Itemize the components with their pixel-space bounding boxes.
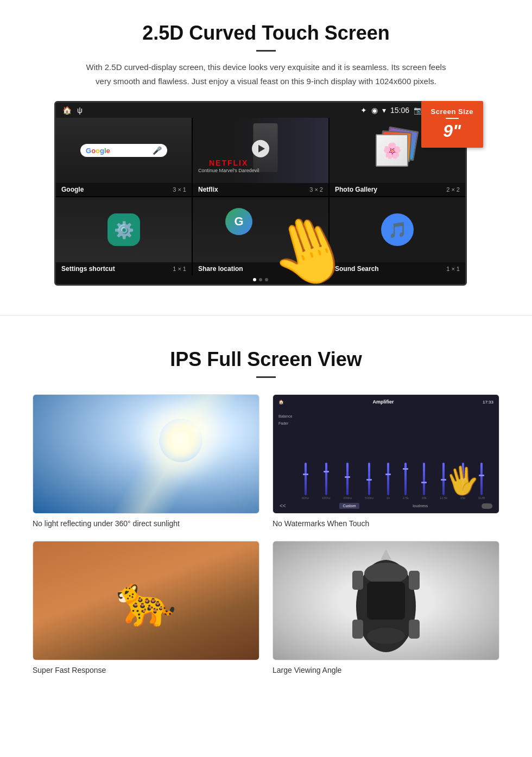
gallery-size: 2 × 2 (446, 186, 460, 193)
eq-slider-5[interactable] (387, 463, 389, 495)
eq-thumb-1 (303, 474, 308, 475)
eq-bar-5: 1k (387, 463, 390, 500)
cheetah-image-box: 🐆 (33, 541, 259, 660)
cheetah-bg: 🐆 (33, 541, 259, 660)
netflix-label-row: Netflix 3 × 2 (193, 183, 328, 196)
eq-home-icon: 🏠 (278, 400, 284, 405)
eq-custom-button[interactable]: Custom (339, 503, 359, 509)
section-divider (0, 315, 532, 316)
location-icon: ◉ (371, 106, 378, 115)
svg-rect-5 (409, 571, 420, 590)
settings-preview: ⚙️ (56, 197, 192, 262)
eq-body: Balance Fader 60hz (276, 408, 496, 502)
svg-point-3 (367, 628, 405, 644)
pagination-dots (56, 275, 465, 284)
light-beams (33, 395, 259, 513)
cheetah-scene: 🐆 (33, 541, 259, 660)
settings-icon-circle: ⚙️ (107, 213, 140, 246)
feature-image-grid: No light reflecting under 360° direct su… (33, 394, 499, 674)
car-bg (273, 541, 499, 660)
netflix-subtitle: Continue Marvel's Daredevil (198, 168, 259, 173)
gallery-label: Photo Gallery (335, 186, 377, 193)
eq-bar-7: 10k (421, 463, 427, 500)
eq-freq-6: 2.5k (403, 496, 409, 500)
time-display: 15:06 (390, 106, 409, 115)
dot-2[interactable] (259, 278, 262, 281)
music-icon: 🎵 (388, 221, 407, 239)
eq-thumb-6 (403, 468, 408, 470)
netflix-play-button[interactable] (252, 140, 269, 157)
eq-thumb-10 (479, 475, 484, 476)
feature-cheetah: 🐆 Super Fast Response (33, 541, 259, 674)
eq-thumb-3 (345, 476, 350, 478)
sunlight-bg (33, 395, 259, 513)
eq-freq-10: SUB (478, 496, 485, 500)
feature-car: Large Viewing Angle (273, 541, 499, 674)
eq-loudness-label: loudness (413, 504, 428, 508)
eq-slider-7[interactable] (423, 463, 425, 495)
eq-bar-1: 60hz (302, 463, 309, 500)
google-label: Google (61, 186, 84, 193)
google-preview: Google 🎤 (56, 118, 192, 183)
eq-slider-2[interactable] (325, 463, 327, 495)
eq-bar-4: 500hz (365, 463, 373, 500)
app-cell-settings[interactable]: ⚙️ Settings shortcut 1 × 1 (56, 197, 192, 275)
eq-title: Amplifier (372, 399, 394, 405)
sunlight-image-box (33, 394, 259, 514)
dot-1[interactable] (253, 278, 256, 281)
eq-slider-3[interactable] (346, 463, 349, 495)
mic-icon[interactable]: 🎤 (153, 146, 162, 155)
app-cell-maps[interactable]: G 🤚 Share location 1 × 1 (193, 197, 328, 275)
eq-freq-8: 12.5k (440, 496, 448, 500)
google-size: 3 × 1 (173, 186, 186, 193)
eq-statusbar: 🏠 Amplifier 17:33 (276, 398, 496, 406)
eq-thumb-7 (421, 482, 427, 483)
screen-mockup-wrap: Screen Size 9" 🏠 ψ ✦ ◉ ▾ 15:06 📷 🔊 ✕ (54, 101, 478, 286)
badge-divider (446, 118, 459, 119)
google-label-row: Google 3 × 1 (56, 183, 192, 196)
eq-slider-4[interactable] (368, 463, 370, 495)
eq-image-box: 🏠 Amplifier 17:33 Balance Fader (273, 394, 499, 514)
eq-thumb-4 (366, 479, 372, 481)
google-search-bar[interactable]: Google 🎤 (80, 144, 167, 157)
usb-icon: ψ (77, 106, 83, 115)
eq-bottom: << Custom loudness (276, 502, 496, 510)
eq-bar-3: 200hz (343, 463, 352, 500)
app-cell-netflix[interactable]: NETFLIX Continue Marvel's Daredevil Netf… (193, 118, 328, 196)
car-image-box (273, 541, 499, 660)
settings-size: 1 × 1 (173, 266, 186, 272)
eq-thumb-2 (324, 471, 329, 472)
app-cell-google[interactable]: Google 🎤 Google 3 × 1 (56, 118, 192, 196)
eq-toggle[interactable] (482, 503, 492, 509)
eq-labels: Balance Fader (278, 410, 292, 500)
section-curved-screen: 2.5D Curved Touch Screen With 2.5D curve… (0, 0, 532, 299)
status-left: 🏠 ψ (62, 106, 83, 115)
svg-rect-2 (367, 582, 405, 620)
eq-freq-3: 200hz (343, 496, 352, 500)
photo-card-1: 🌸 (376, 134, 408, 167)
eq-freq-1: 60hz (302, 496, 309, 500)
status-bar: 🏠 ψ ✦ ◉ ▾ 15:06 📷 🔊 ✕ ▭ (56, 103, 465, 118)
settings-label-row: Settings shortcut 1 × 1 (56, 262, 192, 275)
eq-screen: 🏠 Amplifier 17:33 Balance Fader (273, 395, 499, 513)
device-screen: 🏠 ψ ✦ ◉ ▾ 15:06 📷 🔊 ✕ ▭ (54, 101, 467, 286)
maps-letter: G (234, 215, 243, 229)
wifi-icon: ▾ (382, 106, 386, 115)
eq-balance-label: Balance (278, 414, 292, 418)
eq-thumb-5 (385, 474, 391, 475)
eq-time: 17:33 (483, 400, 493, 405)
car-top-svg (337, 541, 435, 660)
play-icon (258, 145, 265, 153)
ips-title-divider (256, 376, 276, 378)
eq-bar-6: 2.5k (403, 463, 409, 500)
eq-nav-prev[interactable]: << (280, 503, 286, 509)
eq-freq-2: 100hz (321, 496, 330, 500)
netflix-logo-text: NETFLIX (209, 159, 248, 167)
dot-3[interactable] (265, 278, 268, 281)
eq-slider-1[interactable] (305, 463, 307, 495)
home-icon[interactable]: 🏠 (62, 106, 72, 115)
section1-desc: With 2.5D curved-display screen, this de… (81, 60, 451, 88)
eq-slider-6[interactable] (404, 463, 407, 495)
eq-fader-label: Fader (278, 421, 292, 425)
gear-icon: ⚙️ (114, 220, 134, 239)
